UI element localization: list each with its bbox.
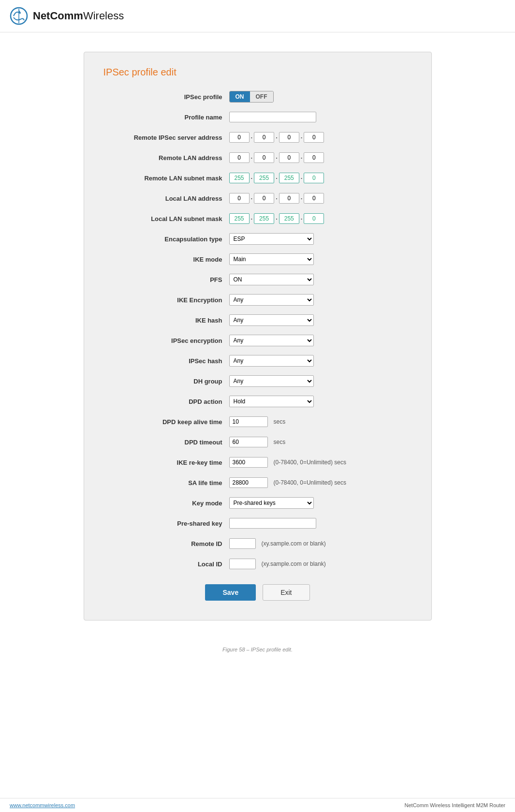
local-subnet-oct4[interactable] — [304, 213, 324, 224]
ike-rekey-input[interactable] — [229, 457, 268, 468]
remote-subnet-ip: · · · — [229, 173, 324, 183]
dpd-timeout-label: DPD timeout — [103, 439, 229, 446]
remote-lan-oct1[interactable] — [229, 152, 250, 163]
remote-subnet-oct4[interactable] — [304, 173, 324, 183]
remote-lan-oct3[interactable] — [279, 152, 299, 163]
ike-mode-row: IKE mode Main Aggressive — [103, 252, 412, 266]
pfs-select[interactable]: ON OFF — [229, 274, 314, 285]
ike-mode-label: IKE mode — [103, 256, 229, 263]
ip-sep-3: · — [300, 134, 303, 141]
remote-id-row: Remote ID (xy.sample.com or blank) — [103, 537, 412, 550]
ipsec-profile-control: ON OFF — [229, 91, 412, 103]
local-subnet-oct2[interactable] — [254, 213, 274, 224]
dpd-action-select[interactable]: Hold Clear Restart — [229, 396, 314, 407]
profile-name-input[interactable] — [229, 112, 316, 122]
dh-group-label: DH group — [103, 378, 229, 385]
remote-lan-row: Remote LAN address · · · — [103, 151, 412, 164]
dpd-keepalive-control: secs — [229, 416, 412, 427]
sa-lifetime-control: (0-78400, 0=Unlimited) secs — [229, 477, 412, 488]
dpd-action-control: Hold Clear Restart — [229, 396, 412, 407]
ike-hash-row: IKE hash Any MD5 SHA1 — [103, 313, 412, 327]
remote-ipsec-oct1[interactable] — [229, 132, 250, 143]
local-id-label: Local ID — [103, 561, 229, 568]
save-button[interactable]: Save — [205, 584, 256, 601]
local-subnet-row: Local LAN subnet mask · · · — [103, 212, 412, 225]
local-id-control: (xy.sample.com or blank) — [229, 559, 412, 569]
remote-lan-label: Remote LAN address — [103, 154, 229, 162]
remote-subnet-oct3[interactable] — [279, 173, 299, 183]
remote-ipsec-oct2[interactable] — [254, 132, 274, 143]
key-mode-select[interactable]: Pre-shared keys RSA Keys — [229, 497, 314, 509]
remote-lan-oct4[interactable] — [304, 152, 324, 163]
ike-hash-select[interactable]: Any MD5 SHA1 — [229, 314, 314, 326]
local-subnet-control: · · · — [229, 213, 412, 224]
remote-ipsec-label: Remote IPSec server address — [103, 134, 229, 141]
sa-lifetime-label: SA life time — [103, 479, 229, 487]
toggle-off-button[interactable]: OFF — [250, 91, 273, 102]
header: NetCommWireless — [0, 0, 515, 32]
remote-subnet-control: · · · — [229, 173, 412, 183]
remote-ipsec-ip: · · · — [229, 132, 324, 143]
ipsec-encryption-control: Any AES 3DES DES — [229, 335, 412, 346]
ike-hash-label: IKE hash — [103, 317, 229, 324]
ipsec-profile-panel: IPSec profile edit IPSec profile ON OFF … — [84, 52, 432, 620]
dh-group-control: Any Group 1 Group 2 Group 5 — [229, 375, 412, 387]
ipsec-profile-toggle[interactable]: ON OFF — [229, 91, 274, 103]
logo: NetCommWireless — [10, 7, 124, 25]
pre-shared-key-input[interactable] — [229, 518, 316, 529]
ike-encryption-select[interactable]: Any AES 3DES DES — [229, 294, 314, 306]
encap-type-row: Encapsulation type ESP AH — [103, 232, 412, 246]
local-lan-oct2[interactable] — [254, 193, 274, 204]
ipsec-encryption-row: IPSec encryption Any AES 3DES DES — [103, 334, 412, 347]
sa-lifetime-row: SA life time (0-78400, 0=Unlimited) secs — [103, 476, 412, 489]
ipsec-encryption-select[interactable]: Any AES 3DES DES — [229, 335, 314, 346]
ipsec-hash-row: IPSec hash Any MD5 SHA1 — [103, 354, 412, 368]
key-mode-control: Pre-shared keys RSA Keys — [229, 497, 412, 509]
local-lan-oct1[interactable] — [229, 193, 250, 204]
remote-id-input[interactable] — [229, 538, 256, 549]
local-id-input[interactable] — [229, 559, 256, 569]
key-mode-label: Key mode — [103, 500, 229, 507]
encap-type-select[interactable]: ESP AH — [229, 233, 314, 245]
encap-type-label: Encapsulation type — [103, 236, 229, 243]
footer-website-link[interactable]: www.netcommwireless.com — [10, 802, 75, 808]
dh-group-select[interactable]: Any Group 1 Group 2 Group 5 — [229, 375, 314, 387]
figure-caption: Figure 58 – IPSec profile edit. — [0, 647, 515, 652]
local-subnet-ip: · · · — [229, 213, 324, 224]
buttons-row: Save Exit — [103, 584, 412, 601]
local-lan-oct4[interactable] — [304, 193, 324, 204]
dpd-keepalive-label: DPD keep alive time — [103, 418, 229, 426]
ike-rekey-row: IKE re-key time (0-78400, 0=Unlimited) s… — [103, 456, 412, 469]
ipsec-profile-row: IPSec profile ON OFF — [103, 90, 412, 103]
remote-subnet-oct2[interactable] — [254, 173, 274, 183]
remote-lan-ip: · · · — [229, 152, 324, 163]
remote-id-label: Remote ID — [103, 540, 229, 547]
dpd-keepalive-row: DPD keep alive time secs — [103, 415, 412, 428]
local-lan-oct3[interactable] — [279, 193, 299, 204]
remote-lan-control: · · · — [229, 152, 412, 163]
sa-lifetime-input[interactable] — [229, 477, 268, 488]
ike-encryption-label: IKE Encryption — [103, 296, 229, 304]
local-subnet-oct1[interactable] — [229, 213, 250, 224]
dpd-timeout-input[interactable] — [229, 437, 268, 447]
ike-encryption-control: Any AES 3DES DES — [229, 294, 412, 306]
toggle-on-button[interactable]: ON — [230, 91, 250, 102]
remote-lan-oct2[interactable] — [254, 152, 274, 163]
ipsec-hash-select[interactable]: Any MD5 SHA1 — [229, 355, 314, 367]
ike-rekey-label: IKE re-key time — [103, 459, 229, 466]
ike-mode-control: Main Aggressive — [229, 253, 412, 265]
remote-ipsec-oct4[interactable] — [304, 132, 324, 143]
pfs-control: ON OFF — [229, 274, 412, 285]
remote-ipsec-oct3[interactable] — [279, 132, 299, 143]
dpd-keepalive-input[interactable] — [229, 416, 268, 427]
local-lan-row: Local LAN address · · · — [103, 192, 412, 205]
ike-mode-select[interactable]: Main Aggressive — [229, 253, 314, 265]
profile-name-label: Profile name — [103, 114, 229, 121]
remote-ipsec-row: Remote IPSec server address · · · — [103, 131, 412, 144]
local-subnet-oct3[interactable] — [279, 213, 299, 224]
remote-id-control: (xy.sample.com or blank) — [229, 538, 412, 549]
profile-name-row: Profile name — [103, 110, 412, 124]
local-lan-ip: · · · — [229, 193, 324, 204]
remote-subnet-oct1[interactable] — [229, 173, 250, 183]
exit-button[interactable]: Exit — [263, 584, 309, 601]
